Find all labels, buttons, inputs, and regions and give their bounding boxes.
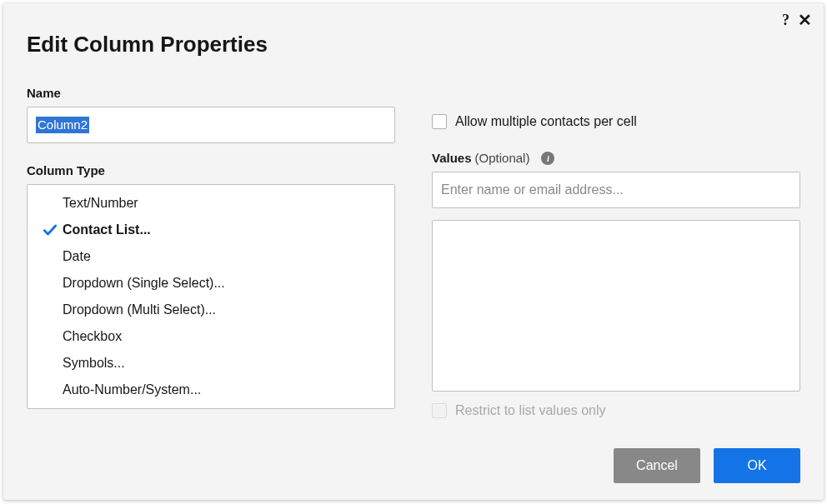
column-type-label: Column Type [27,163,395,177]
column-type-option-label: Contact List... [63,222,151,237]
help-icon[interactable]: ? [782,12,789,27]
dialog-title: Edit Column Properties [27,3,800,57]
edit-column-properties-dialog: ? ✕ Edit Column Properties Name Column2 … [3,3,824,500]
values-input[interactable] [432,172,800,208]
restrict-checkbox-row: Restrict to list values only [432,403,800,418]
name-input[interactable]: Column2 [27,107,395,143]
ok-button[interactable]: OK [714,448,800,483]
column-type-option-label: Dropdown (Multi Select)... [63,302,216,317]
values-list-box[interactable] [432,220,800,392]
column-type-option-label: Date [63,249,91,264]
checkmark-icon [38,222,63,238]
restrict-label: Restrict to list values only [455,403,606,418]
close-icon[interactable]: ✕ [798,12,812,28]
column-type-option[interactable]: Contact List... [28,217,394,243]
restrict-checkbox [432,403,447,418]
column-type-option[interactable]: Symbols... [28,350,394,377]
column-type-option-label: Auto-Number/System... [63,382,201,397]
column-type-option[interactable]: Text/Number [28,190,394,217]
values-label-row: Values (Optional) i [432,151,800,165]
left-column: Name Column2 Column Type Text/NumberCont… [27,86,395,440]
column-type-option[interactable]: Dropdown (Multi Select)... [28,297,394,323]
allow-multiple-checkbox[interactable] [432,114,447,129]
column-type-option[interactable]: Date [28,243,394,270]
column-type-option-label: Text/Number [63,196,138,211]
titlebar-icons: ? ✕ [782,12,812,28]
column-type-option[interactable]: Dropdown (Single Select)... [28,270,394,297]
column-type-list[interactable]: Text/NumberContact List...DateDropdown (… [27,184,395,409]
column-type-option-label: Symbols... [63,356,125,371]
column-type-option-label: Dropdown (Single Select)... [63,276,225,291]
column-type-option[interactable]: Checkbox [28,323,394,350]
info-icon[interactable]: i [541,152,554,165]
dialog-button-row: Cancel OK [614,448,800,483]
name-label: Name [27,86,395,100]
cancel-button[interactable]: Cancel [614,448,700,483]
right-column: Allow multiple contacts per cell Values … [432,86,800,440]
values-label: Values [432,151,472,165]
allow-multiple-checkbox-row[interactable]: Allow multiple contacts per cell [432,114,800,129]
name-input-selected-text: Column2 [36,117,89,133]
allow-multiple-label: Allow multiple contacts per cell [455,114,637,129]
column-type-option-label: Checkbox [63,329,122,344]
values-optional: (Optional) [475,151,530,165]
column-type-option[interactable]: Auto-Number/System... [28,377,394,403]
